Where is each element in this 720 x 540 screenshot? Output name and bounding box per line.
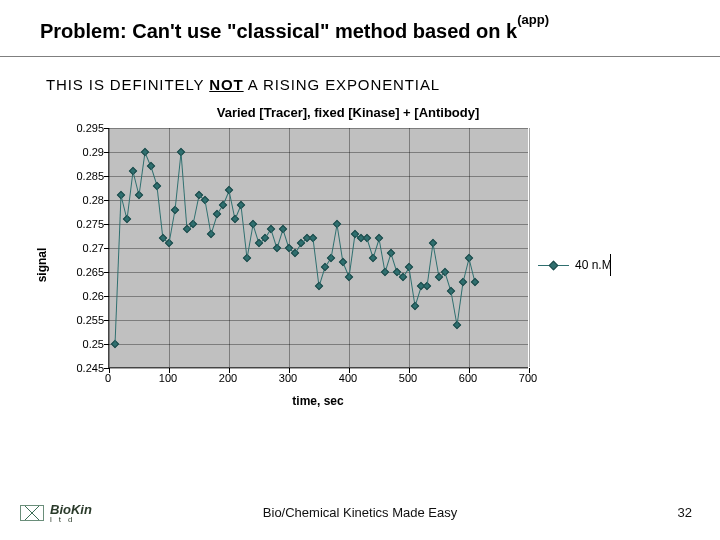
series-line-segment: [127, 172, 134, 220]
x-tick-label: 600: [459, 372, 477, 384]
gridline-horizontal: [109, 344, 528, 345]
plot-area-container: time, sec 0.2450.250.2550.260.2650.270.2…: [108, 128, 528, 388]
series-line-segment: [157, 186, 164, 239]
series-line-segment: [427, 244, 434, 287]
legend-label: 40 n.M: [575, 258, 612, 272]
divider-line: [0, 56, 720, 57]
x-tick-label: 400: [339, 372, 357, 384]
y-tick-label: 0.28: [83, 194, 104, 206]
y-axis-label: signal: [35, 248, 49, 283]
subtitle-suffix: A RISING EXPONENTIAL: [244, 76, 440, 93]
y-tick-label: 0.275: [76, 218, 104, 230]
gridline-horizontal: [109, 152, 528, 153]
series-line-segment: [247, 224, 254, 258]
gridline-horizontal: [109, 296, 528, 297]
gridline-horizontal: [109, 248, 528, 249]
y-tick-label: 0.265: [76, 266, 104, 278]
x-tick-label: 100: [159, 372, 177, 384]
slide-root: Problem: Can't use "classical" method ba…: [0, 0, 720, 540]
y-tick-label: 0.295: [76, 122, 104, 134]
slide-title: Problem: Can't use "classical" method ba…: [40, 18, 549, 43]
footer-caption: Bio/Chemical Kinetics Made Easy: [263, 505, 457, 520]
chart-title: Varied [Tracer], fixed [Kinase] + [Antib…: [48, 105, 608, 128]
gridline-horizontal: [109, 320, 528, 321]
legend-separator: [610, 254, 611, 276]
series-line-segment: [115, 196, 122, 345]
gridline-horizontal: [109, 176, 528, 177]
gridline-vertical: [169, 128, 170, 367]
chart-container: Varied [Tracer], fixed [Kinase] + [Antib…: [48, 105, 608, 402]
y-tick-label: 0.255: [76, 314, 104, 326]
x-tick-label: 300: [279, 372, 297, 384]
x-tick-label: 500: [399, 372, 417, 384]
gridline-horizontal: [109, 200, 528, 201]
slide-number: 32: [678, 505, 692, 520]
x-tick-label: 200: [219, 372, 237, 384]
chart-legend: 40 n.M: [538, 258, 612, 272]
y-tick-label: 0.285: [76, 170, 104, 182]
y-tick-label: 0.245: [76, 362, 104, 374]
y-tick-label: 0.26: [83, 290, 104, 302]
diamond-icon: [549, 260, 559, 270]
gridline-horizontal: [109, 368, 528, 369]
slide-subtitle: THIS IS DEFINITELY NOT A RISING EXPONENT…: [46, 76, 440, 93]
series-line-segment: [313, 239, 320, 287]
logo-text-block: BioKin l t d: [50, 502, 92, 524]
gridline-vertical: [529, 128, 530, 367]
x-tick-label: 700: [519, 372, 537, 384]
subtitle-not: NOT: [209, 76, 243, 93]
y-tick-label: 0.27: [83, 242, 104, 254]
series-line-segment: [139, 152, 146, 195]
subtitle-prefix: THIS IS DEFINITELY: [46, 76, 209, 93]
gridline-horizontal: [109, 128, 528, 129]
title-text: Problem: Can't use "classical" method ba…: [40, 20, 517, 42]
y-tick-label: 0.29: [83, 146, 104, 158]
plot-area: [108, 128, 528, 368]
data-point: [471, 277, 479, 285]
x-tick-label: 0: [105, 372, 111, 384]
x-axis-label: time, sec: [292, 394, 343, 408]
gridline-vertical: [229, 128, 230, 367]
gridline-vertical: [469, 128, 470, 367]
y-tick-label: 0.25: [83, 338, 104, 350]
gridline-vertical: [109, 128, 110, 367]
gridline-vertical: [349, 128, 350, 367]
chart-body: signal time, sec 0.2450.250.2550.260.265…: [48, 128, 608, 402]
title-superscript: (app): [517, 12, 549, 27]
series-line-segment: [241, 205, 248, 258]
gridline-vertical: [409, 128, 410, 367]
brand-logo: BioKin l t d: [20, 502, 92, 524]
legend-marker: [538, 262, 569, 269]
logo-icon: [20, 505, 44, 521]
series-line-segment: [181, 152, 188, 229]
series-line-segment: [457, 282, 464, 325]
